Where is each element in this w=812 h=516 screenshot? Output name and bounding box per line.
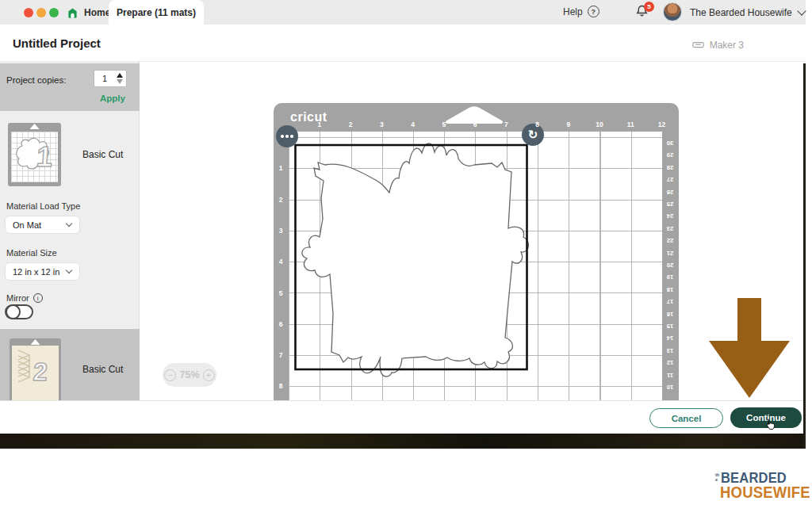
window-edge xyxy=(803,63,806,449)
ruler-tick: 16 xyxy=(667,310,673,317)
ruler-tick: 2 xyxy=(349,120,353,128)
mat-type-label: Basic Cut xyxy=(82,364,123,375)
zoom-level: 75% xyxy=(179,369,199,380)
ruler-tick: 4 xyxy=(279,258,283,266)
cut-shape[interactable] xyxy=(301,143,528,376)
watermark-the: the xyxy=(715,473,721,483)
project-header: Untitled Project Maker 3 xyxy=(0,25,806,62)
ruler-tick: 4 xyxy=(411,120,415,128)
mat-thumb-notch xyxy=(31,339,40,345)
mat-thumb-notch xyxy=(30,124,40,129)
home-icon xyxy=(67,7,79,19)
ruler-tick: 2 xyxy=(279,196,283,204)
zoom-in-icon[interactable]: + xyxy=(203,369,215,381)
watermark-housewife: HOUSEWIFE xyxy=(720,484,810,503)
mat-preview: cricut ↻ 123456789101112 12345678 302928… xyxy=(274,103,679,400)
mat-type-label: Basic Cut xyxy=(82,149,123,160)
ruler-tick: 6 xyxy=(473,120,477,128)
cursor-pointer-icon xyxy=(763,417,777,433)
project-copies-input[interactable]: 1 xyxy=(94,70,127,87)
ruler-tick: 26 xyxy=(667,188,673,195)
traffic-light-zoom[interactable] xyxy=(49,8,59,17)
notification-badge: 5 xyxy=(644,2,654,12)
mat-thumbnail-2: 2 xyxy=(10,338,61,400)
sidebar: Project copies: 1 Apply 1 xyxy=(0,62,140,400)
ruler-tick: 3 xyxy=(279,227,283,235)
mat-list-item-2[interactable]: 2 Basic Cut xyxy=(0,329,140,400)
mat-number: 2 xyxy=(33,357,48,387)
tab-bar: Home Prepare (11 mats) Help ? 5 The Bear… xyxy=(0,0,806,25)
project-copies-label: Project copies: xyxy=(6,75,66,85)
ruler-tick: 5 xyxy=(442,120,446,128)
ruler-tick: 5 xyxy=(279,289,283,297)
ruler-tick: 27 xyxy=(667,176,673,183)
home-button[interactable]: Home xyxy=(67,4,110,21)
account-name: The Bearded Housewife xyxy=(690,7,792,18)
ruler-tick: 18 xyxy=(667,285,673,292)
help-button[interactable]: Help ? xyxy=(563,6,599,17)
material-size-label: Material Size xyxy=(6,248,57,258)
chevron-down-icon xyxy=(66,220,72,226)
ruler-tick: 13 xyxy=(667,346,673,354)
ruler-tick: 6 xyxy=(279,320,283,328)
project-copies-panel: Project copies: 1 Apply xyxy=(0,63,140,111)
ruler-tick: 7 xyxy=(279,351,283,359)
ruler-tick: 10 xyxy=(667,384,673,391)
avatar xyxy=(663,2,682,21)
ruler-tick: 14 xyxy=(667,334,673,342)
ruler-tick: 30 xyxy=(667,140,673,147)
info-icon[interactable]: i xyxy=(33,293,43,303)
ruler-tick: 11 xyxy=(667,371,673,378)
ruler-tick: 10 xyxy=(596,120,603,128)
watermark-logo: the BEARDED HOUSEWIFE xyxy=(715,471,809,502)
tab-prepare[interactable]: Prepare (11 mats) xyxy=(109,0,204,25)
spinner-down-button[interactable] xyxy=(117,79,123,84)
ruler-tick: 8 xyxy=(279,382,283,390)
mirror-label: Mirror xyxy=(6,293,29,303)
mat-grid xyxy=(289,132,662,400)
ruler-tick: 19 xyxy=(667,273,673,281)
cancel-label: Cancel xyxy=(672,414,702,423)
machine-icon xyxy=(691,38,705,52)
ruler-tick: 3 xyxy=(380,120,384,128)
screenshot-stage: Home Prepare (11 mats) Help ? 5 The Bear… xyxy=(0,0,812,516)
material-size-select[interactable]: 12 in x 12 in xyxy=(5,262,80,281)
shape-layer xyxy=(289,132,662,400)
cancel-button[interactable]: Cancel xyxy=(649,408,723,428)
project-copies-value: 1 xyxy=(102,74,107,83)
apply-button[interactable]: Apply xyxy=(100,94,125,103)
help-question-icon: ? xyxy=(588,6,599,17)
traffic-light-close[interactable] xyxy=(24,8,33,17)
home-label: Home xyxy=(84,7,110,18)
ruler-tick: 1 xyxy=(317,120,321,128)
spinner-up-button[interactable] xyxy=(117,73,123,78)
mirror-toggle-knob xyxy=(6,304,21,319)
watermark-row2: HOUSEWIFE xyxy=(720,484,809,502)
material-size-value: 12 in x 12 in xyxy=(13,267,59,277)
ruler-tick: 9 xyxy=(566,120,570,128)
chevron-down-icon xyxy=(66,266,72,273)
traffic-light-minimize[interactable] xyxy=(36,8,46,17)
page-title: Untitled Project xyxy=(13,36,101,50)
notifications-button[interactable]: 5 xyxy=(634,4,653,21)
material-load-type-select[interactable]: On Mat xyxy=(5,216,80,234)
mat-options-button[interactable] xyxy=(276,125,298,147)
action-bar: Cancel Continue xyxy=(0,400,806,434)
ruler-tick: 28 xyxy=(667,163,673,170)
ruler-tick: 11 xyxy=(627,120,634,128)
ruler-tick: 7 xyxy=(504,120,508,128)
ruler-tick: 21 xyxy=(667,249,673,256)
machine-indicator: Maker 3 xyxy=(691,38,744,52)
letterbox-band xyxy=(0,434,806,449)
ruler-tick: 17 xyxy=(667,298,673,305)
zoom-out-icon[interactable]: − xyxy=(164,369,176,381)
account-menu[interactable]: The Bearded Housewife xyxy=(690,7,805,18)
mat-rotate-button[interactable]: ↻ xyxy=(522,124,544,146)
material-load-type-label: Material Load Type xyxy=(6,201,80,211)
mat-number: 1 xyxy=(36,140,54,174)
ruler-tick: 15 xyxy=(667,323,673,330)
ruler-tick: 12 xyxy=(658,120,665,128)
tab-prepare-label: Prepare (11 mats) xyxy=(117,7,196,18)
mat-list-item-1[interactable]: 1 Basic Cut xyxy=(0,111,140,201)
mirror-toggle[interactable] xyxy=(5,304,33,319)
